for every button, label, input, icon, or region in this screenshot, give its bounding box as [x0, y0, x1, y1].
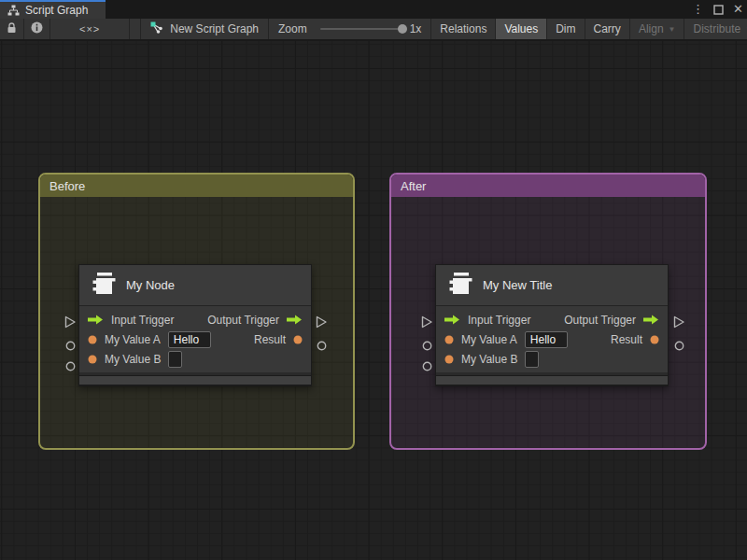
lock-icon [7, 22, 17, 36]
ext-value-port[interactable] [674, 338, 684, 355]
port-row-trigger: Input Trigger Output Trigger [436, 310, 668, 329]
chevron-down-icon: ▼ [669, 25, 676, 34]
group-title: Before [49, 179, 85, 193]
code-preview-icon: <×> [59, 23, 120, 35]
toolbar: <×> New Script Graph Zoom 1x Relations V… [0, 19, 747, 40]
input-trigger-port[interactable]: Input Trigger [88, 314, 174, 327]
ext-value-port[interactable] [317, 338, 327, 355]
flow-in-icon[interactable] [88, 315, 104, 325]
unit-icon [92, 273, 117, 299]
output-trigger-port[interactable]: Output Trigger [564, 314, 659, 327]
value-b-port[interactable]: My Value B [88, 351, 182, 368]
ext-flow-in-port[interactable] [64, 315, 77, 332]
ext-value-port[interactable] [422, 358, 432, 375]
value-port-icon[interactable] [650, 335, 659, 344]
zoom-control: Zoom 1x [269, 19, 431, 39]
ext-flow-out-port[interactable] [673, 315, 685, 332]
node-title: My Node [126, 278, 175, 292]
node-footer [436, 375, 668, 385]
output-trigger-port[interactable]: Output Trigger [207, 314, 303, 327]
graph-icon [150, 21, 163, 36]
port-row-value-b: My Value B [79, 349, 311, 369]
zoom-slider[interactable] [320, 28, 402, 30]
node-title: My New Title [483, 278, 552, 292]
flow-in-icon[interactable] [444, 315, 460, 325]
value-port-icon[interactable] [293, 335, 303, 344]
port-row-value-b: My Value B [436, 349, 668, 369]
value-a-port[interactable]: My Value A [88, 331, 211, 348]
tab-script-graph[interactable]: Script Graph [0, 0, 106, 19]
tab-bar: Script Graph ⋮ ✕ [0, 0, 747, 19]
zoom-level: 1x [410, 22, 422, 35]
value-a-input[interactable] [168, 331, 211, 348]
group-title: After [401, 179, 426, 193]
flow-out-icon[interactable] [287, 315, 303, 325]
ext-flow-out-port[interactable] [316, 315, 328, 332]
toolbar-button-dim[interactable]: Dim [547, 19, 585, 39]
toolbar-button-distribute: Distribute ▼ [684, 19, 747, 39]
value-port-icon[interactable] [444, 355, 454, 364]
maximize-icon[interactable] [713, 5, 724, 15]
node-ports: Input Trigger Output Trigger My [436, 306, 668, 372]
toolbar-button-carry[interactable]: Carry [585, 19, 630, 39]
ext-value-port[interactable] [422, 338, 432, 355]
script-graph-window: Script Graph ⋮ ✕ [0, 0, 747, 560]
result-port[interactable]: Result [254, 333, 303, 346]
ext-value-port[interactable] [65, 338, 76, 355]
zoom-slider-knob[interactable] [398, 24, 407, 34]
ext-flow-in-port[interactable] [421, 315, 433, 332]
group-before-header[interactable]: Before [40, 175, 353, 197]
port-row-value-a: My Value A Result [436, 329, 668, 349]
toolbar-button-values[interactable]: Values [496, 19, 547, 39]
toolbar-button-align: Align ▼ [630, 19, 685, 39]
graph-hierarchy-icon [7, 5, 20, 16]
port-row-trigger: Input Trigger Output Trigger [79, 310, 311, 329]
info-icon [31, 21, 43, 36]
tab-label: Script Graph [25, 4, 88, 17]
unit-icon [448, 273, 473, 299]
value-a-port[interactable]: My Value A [444, 331, 568, 348]
node-my-node[interactable]: My Node Input Trigger Output Trigger [78, 264, 312, 386]
graph-canvas[interactable]: Before After [0, 41, 747, 560]
graph-name-label: New Script Graph [170, 22, 259, 35]
node-footer [79, 375, 311, 385]
inspect-button[interactable] [24, 19, 50, 39]
result-port[interactable]: Result [611, 333, 659, 346]
value-b-input[interactable] [168, 351, 182, 368]
node-my-new-title[interactable]: My New Title Input Trigger Output Trigge… [435, 264, 669, 386]
preview-code-button[interactable]: <×> [50, 19, 130, 39]
kebab-menu-icon[interactable]: ⋮ [692, 0, 704, 19]
value-a-input[interactable] [525, 331, 568, 348]
toolbar-spacer [130, 19, 141, 39]
value-b-port[interactable]: My Value B [444, 351, 539, 368]
value-port-icon[interactable] [88, 335, 97, 344]
toolbar-button-relations[interactable]: Relations [431, 19, 496, 39]
graph-breadcrumb[interactable]: New Script Graph [141, 19, 269, 39]
node-header[interactable]: My New Title [436, 265, 668, 306]
close-icon[interactable]: ✕ [733, 0, 743, 19]
group-after-header[interactable]: After [391, 175, 705, 197]
node-ports: Input Trigger Output Trigger My [79, 306, 311, 372]
port-row-value-a: My Value A Result [79, 329, 311, 349]
lock-button[interactable] [0, 19, 24, 39]
window-controls: ⋮ ✕ [692, 0, 743, 19]
input-trigger-port[interactable]: Input Trigger [444, 314, 530, 327]
flow-out-icon[interactable] [643, 315, 659, 325]
value-port-icon[interactable] [444, 335, 454, 344]
value-b-input[interactable] [525, 351, 539, 368]
node-header[interactable]: My Node [79, 265, 311, 306]
ext-value-port[interactable] [65, 358, 76, 375]
value-port-icon[interactable] [88, 355, 97, 364]
zoom-label: Zoom [278, 22, 307, 35]
